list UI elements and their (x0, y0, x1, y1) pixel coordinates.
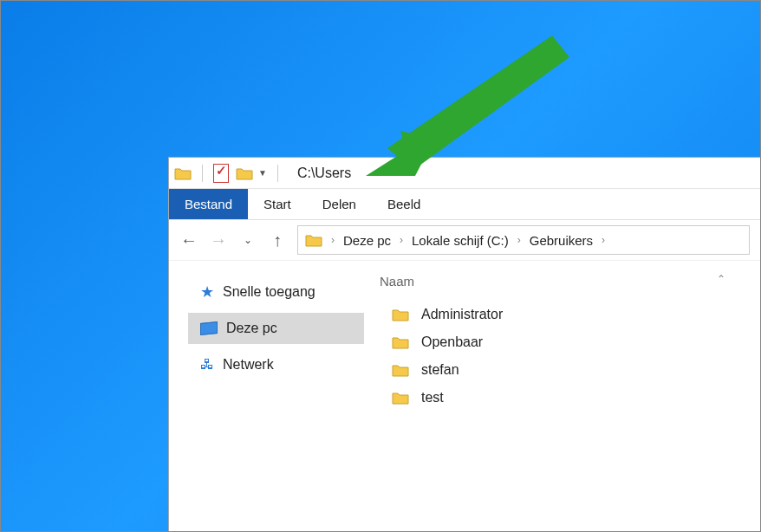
sort-indicator-icon: ⌃ (717, 273, 725, 285)
column-header-name[interactable]: Naam ⌃ (380, 268, 760, 294)
ribbon-tabs: Bestand Start Delen Beeld (169, 189, 760, 220)
tree-this-pc[interactable]: Deze pc (188, 313, 364, 344)
new-folder-icon[interactable] (236, 166, 253, 180)
tree-label: Netwerk (223, 357, 274, 373)
tab-view[interactable]: Beeld (372, 189, 436, 219)
titlebar: ▼ C:\Users (169, 158, 760, 189)
star-icon: ★ (200, 282, 214, 302)
file-explorer-window: ▼ C:\Users Bestand Start Delen Beeld ← →… (168, 157, 761, 532)
separator (277, 165, 278, 182)
tab-home[interactable]: Start (248, 189, 307, 219)
up-button[interactable]: ↑ (268, 230, 287, 250)
tab-share[interactable]: Delen (307, 189, 372, 219)
properties-icon[interactable] (213, 164, 229, 183)
folder-icon (392, 391, 409, 405)
file-list: Administrator Openbaar stefan test (380, 294, 760, 412)
qat-dropdown-icon[interactable]: ▼ (258, 168, 267, 178)
crumb-users[interactable]: Gebruikers (530, 233, 593, 248)
navigation-bar: ← → ⌄ ↑ › Deze pc › Lokale schijf (C:) ›… (169, 220, 760, 260)
folder-row[interactable]: Openbaar (380, 328, 760, 356)
chevron-right-icon[interactable]: › (331, 234, 335, 246)
explorer-body: ★ Snelle toegang Deze pc 🖧 Netwerk Naam … (169, 260, 760, 531)
svg-marker-0 (387, 36, 569, 170)
window-title: C:\Users (297, 165, 351, 181)
folder-icon (392, 363, 409, 377)
tree-quick-access[interactable]: ★ Snelle toegang (188, 276, 364, 308)
address-bar[interactable]: › Deze pc › Lokale schijf (C:) › Gebruik… (297, 225, 750, 255)
tree-label: Deze pc (226, 321, 277, 336)
folder-name: Administrator (421, 307, 503, 322)
folder-icon (392, 308, 409, 321)
file-list-pane: Naam ⌃ Administrator Openbaar stefan (364, 261, 760, 531)
app-icon (174, 166, 192, 180)
folder-name: test (421, 390, 444, 405)
tree-label: Snelle toegang (223, 284, 315, 300)
folder-name: Openbaar (421, 334, 483, 350)
folder-row[interactable]: test (380, 384, 760, 412)
network-icon: 🖧 (200, 357, 214, 373)
crumb-drive-c[interactable]: Lokale schijf (C:) (412, 233, 509, 248)
chevron-right-icon[interactable]: › (400, 234, 403, 246)
address-folder-icon (305, 233, 322, 247)
monitor-icon (200, 321, 218, 335)
forward-button[interactable]: → (209, 230, 228, 250)
tree-network[interactable]: 🖧 Netwerk (188, 349, 364, 380)
folder-row[interactable]: stefan (380, 356, 760, 384)
folder-row[interactable]: Administrator (380, 301, 760, 328)
tab-file[interactable]: Bestand (169, 189, 248, 219)
column-label: Naam (380, 274, 414, 289)
navigation-tree: ★ Snelle toegang Deze pc 🖧 Netwerk (169, 261, 364, 531)
chevron-right-icon[interactable]: › (517, 234, 521, 246)
folder-icon (392, 335, 409, 349)
folder-name: stefan (421, 362, 459, 378)
back-button[interactable]: ← (179, 230, 198, 250)
crumb-this-pc[interactable]: Deze pc (343, 233, 391, 248)
separator (202, 165, 203, 182)
chevron-right-icon[interactable]: › (602, 234, 605, 246)
quick-access-toolbar: ▼ (213, 164, 267, 183)
recent-dropdown-icon[interactable]: ⌄ (238, 234, 257, 246)
